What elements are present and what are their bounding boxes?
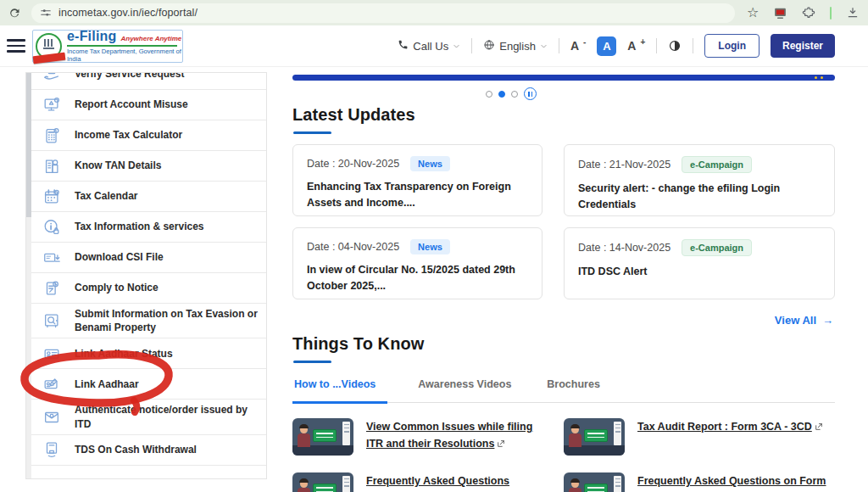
extensions-puzzle-icon[interactable]	[802, 6, 815, 20]
globe-icon	[483, 39, 495, 53]
video-link[interactable]: Frequently Asked Questions on Form	[637, 472, 835, 492]
site-settings-icon[interactable]	[40, 7, 52, 19]
sidebar-item-comply-to-notice[interactable]: Comply to Notice	[31, 273, 266, 304]
notice-clock-icon	[42, 278, 62, 299]
aadhaar-card-icon	[42, 344, 62, 364]
latest-updates-cards: Date : 20-Nov-2025 News Enhancing Tax Tr…	[292, 144, 835, 299]
call-us-menu[interactable]: Call Us	[398, 39, 460, 53]
main-content: Latest Updates Date : 20-Nov-2025 News E…	[292, 66, 835, 492]
sidebar-item-tax-calendar[interactable]: Tax Calendar	[31, 182, 266, 212]
card-date: Date : 14-Nov-2025	[578, 242, 670, 254]
efiling-logo[interactable]: e-Filing Anywhere Anytime Income Tax Dep…	[32, 30, 183, 63]
aadhaar-card-edit-icon	[42, 374, 62, 394]
sidebar-item-verify-service-request[interactable]: Verify Service Request	[31, 72, 266, 90]
sidebar-scrollbar[interactable]	[26, 73, 31, 478]
cash-withdrawal-icon	[42, 439, 62, 460]
carousel-dot-3[interactable]	[511, 91, 518, 98]
card-date: Date : 04-Nov-2025	[307, 241, 399, 253]
tab-how-to-videos[interactable]: How to ...Videos	[292, 378, 387, 404]
video-link[interactable]: Frequently Asked Questions (FAQs) on	[366, 472, 542, 492]
ecampaign-badge: e-Campaign	[682, 156, 752, 173]
carousel-dot-1[interactable]	[486, 91, 492, 98]
tab-brochures[interactable]: Brochures	[542, 378, 605, 402]
logo-tagline: Anywhere Anytime	[120, 35, 181, 42]
video-link[interactable]: View Common Issues while filing ITR and …	[366, 418, 542, 452]
ecampaign-badge: e-Campaign	[682, 239, 752, 256]
header-controls: Call Us English A- A	[398, 34, 835, 58]
sidebar-item-tds-on-cash-withdrawal[interactable]: TDS On Cash Withdrawal	[31, 435, 266, 466]
update-card[interactable]: Date : 21-Nov-2025 e-Campaign Security a…	[564, 144, 835, 216]
update-card[interactable]: Date : 04-Nov-2025 News In view of Circu…	[292, 227, 542, 299]
title-underline	[293, 361, 331, 363]
building-document-icon	[42, 156, 62, 176]
carousel-dot-2-active[interactable]	[498, 91, 505, 98]
sidebar-item-authenticate-notice[interactable]: Authenticate notice/order issued by ITD	[31, 400, 266, 434]
url-text[interactable]: incometax.gov.in/iec/foportal/	[58, 7, 198, 19]
video-link[interactable]: Tax Audit Report : Form 3CA - 3CD	[637, 418, 823, 435]
video-item: View Common Issues while filing ITR and …	[292, 418, 542, 456]
sidebar-item-tax-information-services[interactable]: Tax Information & services	[31, 212, 266, 243]
browser-actions: ☆	[747, 6, 860, 20]
separator	[656, 38, 657, 53]
sidebar-item-income-tax-calculator[interactable]: Income Tax Calculator	[31, 120, 266, 151]
carousel-pause-button[interactable]	[524, 87, 537, 100]
update-card[interactable]: Date : 14-Nov-2025 e-Campaign ITD DSC Al…	[564, 227, 835, 299]
news-badge: News	[410, 239, 450, 254]
download-icon[interactable]	[846, 6, 860, 20]
logo-title: e-Filing	[67, 29, 116, 44]
site-header: e-Filing Anywhere Anytime Income Tax Dep…	[0, 25, 868, 67]
income-tax-emblem-icon	[36, 33, 62, 59]
bookmark-star-icon[interactable]: ☆	[747, 6, 759, 20]
update-card[interactable]: Date : 20-Nov-2025 News Enhancing Tax Tr…	[292, 144, 542, 216]
reload-icon[interactable]	[8, 7, 21, 20]
chevron-down-icon	[540, 40, 548, 53]
language-menu[interactable]: English	[483, 39, 548, 53]
chevron-down-icon	[453, 40, 460, 53]
carousel-banner-edge[interactable]	[292, 75, 835, 81]
sidebar-item-report-account-misuse[interactable]: Report Account Misuse	[31, 90, 266, 120]
video-thumbnail[interactable]	[564, 472, 625, 492]
font-decrease-button[interactable]: A-	[570, 39, 586, 53]
tab-awareness-videos[interactable]: Awareness Videos	[413, 378, 516, 402]
logo-subtitle: Income Tax Department, Government of Ind…	[67, 48, 182, 63]
page: incometax.gov.in/iec/foportal/ ☆	[0, 0, 868, 492]
card-text: Enhancing Tax Transparency on Foreign As…	[307, 179, 530, 212]
news-badge: News	[410, 156, 450, 171]
latest-updates-title: Latest Updates	[292, 105, 415, 125]
sidebar-item-submit-information-tax-evasion[interactable]: Submit Information on Tax Evasion or Ben…	[31, 304, 266, 338]
video-item: Frequently Asked Questions (FAQs) on	[292, 472, 542, 492]
language-label: English	[499, 40, 536, 53]
view-all-link[interactable]: View All →	[775, 314, 833, 327]
sidebar-item-link-aadhaar[interactable]: Link Aadhaar	[31, 369, 266, 400]
title-underline	[293, 131, 331, 134]
screen-share-icon[interactable]	[773, 6, 787, 20]
things-to-know-tabs: How to ...Videos Awareness Videos Brochu…	[292, 378, 835, 403]
calendar-icon	[42, 187, 62, 207]
info-lock-icon	[42, 217, 62, 238]
external-link-icon	[497, 436, 505, 453]
video-thumbnail[interactable]	[564, 418, 625, 456]
external-link-icon	[815, 419, 823, 436]
video-list: View Common Issues while filing ITR and …	[292, 418, 835, 492]
video-thumbnail[interactable]	[292, 418, 353, 456]
card-text: In view of Circular No. 15/2025 dated 29…	[307, 262, 530, 295]
register-button[interactable]: Register	[771, 34, 835, 58]
sidebar-item-download-csi-file[interactable]: Download CSI File	[31, 243, 266, 273]
card-date: Date : 20-Nov-2025	[307, 158, 399, 170]
video-thumbnail[interactable]	[292, 472, 353, 492]
call-us-label: Call Us	[413, 40, 448, 53]
sidebar-item-know-tan-details[interactable]: Know TAN Details	[31, 151, 266, 182]
card-text: Security alert: - change the efiling Log…	[578, 181, 822, 214]
browser-toolbar: incometax.gov.in/iec/foportal/ ☆	[0, 0, 868, 25]
contrast-toggle-icon[interactable]	[668, 39, 682, 53]
sidebar-empty-row	[31, 466, 266, 479]
font-increase-button[interactable]: A+	[627, 39, 645, 53]
font-default-button[interactable]: A	[597, 36, 616, 56]
menu-hamburger-icon[interactable]	[7, 39, 25, 53]
sidebar-item-link-aadhaar-status[interactable]: Link Aadhaar Status	[31, 338, 266, 369]
phone-icon	[398, 39, 409, 53]
login-button[interactable]: Login	[704, 34, 760, 58]
monitor-alert-icon	[42, 95, 62, 115]
address-bar[interactable]: incometax.gov.in/iec/foportal/	[31, 3, 735, 23]
things-to-know-title: Things To Know	[292, 334, 424, 354]
